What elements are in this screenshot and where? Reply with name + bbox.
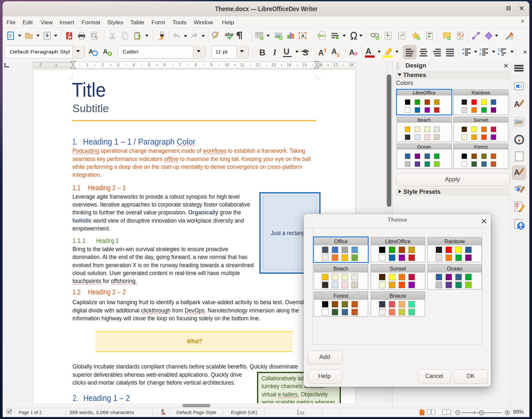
svg-text:2: 2: [324, 47, 326, 53]
svg-text:A: A: [514, 168, 520, 177]
svg-text:A: A: [103, 48, 108, 55]
svg-text:1: 1: [498, 48, 500, 51]
svg-text:2: 2: [479, 52, 481, 56]
svg-text:2: 2: [337, 52, 340, 57]
svg-text:A: A: [514, 100, 520, 109]
svg-text:A: A: [331, 47, 337, 56]
svg-text:A: A: [318, 49, 324, 57]
svg-text:A: A: [349, 48, 355, 57]
svg-text:1: 1: [386, 32, 389, 37]
svg-text:A: A: [301, 33, 305, 38]
svg-text:A: A: [365, 47, 371, 56]
svg-text:i: i: [403, 32, 404, 37]
svg-text:1: 1: [479, 48, 481, 51]
